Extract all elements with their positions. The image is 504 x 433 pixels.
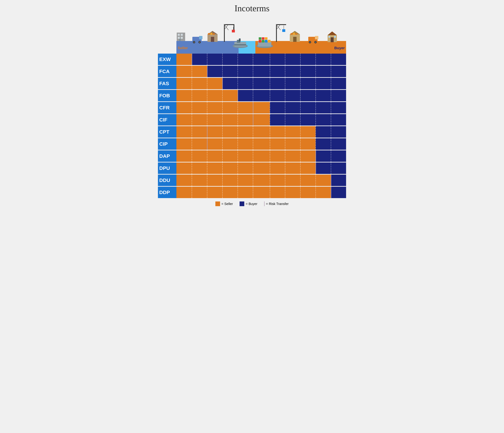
legend-risk-line (264, 201, 265, 206)
row-bar-cfr (176, 102, 346, 113)
vline-9 (331, 90, 331, 101)
vline-1 (207, 150, 207, 162)
svg-rect-36 (268, 40, 270, 43)
vline-7 (300, 187, 301, 198)
row-bar-fca (176, 66, 346, 77)
risk-marker-cpt (207, 126, 207, 138)
vline-0 (192, 187, 192, 198)
vline-2 (222, 114, 223, 126)
risk-marker-fas (222, 78, 223, 89)
svg-point-56 (309, 42, 310, 43)
vline-7 (300, 162, 301, 174)
vline-2 (222, 66, 223, 77)
vline-6 (285, 187, 285, 198)
vline-7 (300, 66, 301, 77)
vline-4 (253, 162, 253, 174)
vline-9 (331, 102, 331, 113)
table-row: CIF (158, 114, 346, 126)
vline-7 (300, 150, 301, 162)
vline-2 (222, 162, 223, 174)
vline-9 (331, 114, 331, 126)
vline-3 (238, 175, 238, 186)
legend-seller: = Seller (215, 201, 233, 206)
seller-portion-cip (176, 138, 315, 150)
svg-rect-34 (262, 40, 264, 43)
vline-2 (222, 150, 223, 162)
risk-marker-exw (192, 54, 192, 65)
legend: = Seller = Buyer = Risk Transfer (158, 201, 346, 206)
legend-risk-label: = Risk Transfer (266, 202, 289, 206)
vline-4 (253, 138, 253, 150)
row-label-cif: CIF (158, 114, 176, 126)
seller-portion-exw (176, 54, 192, 65)
svg-rect-5 (179, 39, 180, 41)
vline-8 (315, 138, 316, 150)
vline-6 (285, 66, 285, 77)
buyer-portion-cif (270, 114, 346, 126)
vline-2 (222, 126, 223, 138)
vline-3 (238, 102, 238, 113)
svg-rect-39 (265, 37, 268, 40)
vline-9 (331, 66, 331, 77)
svg-rect-17 (213, 33, 215, 35)
row-label-dpu: DPU (158, 162, 176, 174)
vline-1 (207, 54, 207, 65)
svg-point-9 (194, 42, 195, 43)
row-bar-dpu (176, 162, 346, 174)
buyer-portion-exw (192, 54, 346, 65)
legend-buyer: = Buyer (240, 201, 257, 206)
vline-9 (331, 126, 331, 138)
vline-2 (222, 138, 223, 150)
svg-rect-40 (276, 24, 277, 42)
vline-6 (285, 138, 285, 150)
vline-9 (331, 78, 331, 89)
seller-portion-cif (176, 114, 270, 126)
illustration-svg (158, 15, 346, 54)
risk-marker-cfr (253, 102, 253, 113)
vline-1 (207, 102, 207, 113)
vline-0 (192, 114, 192, 126)
vline-7 (300, 78, 301, 89)
row-label-ddu: DDU (158, 175, 176, 186)
table-row: DDP (158, 187, 346, 198)
vline-1 (207, 90, 207, 101)
svg-rect-45 (282, 29, 285, 32)
svg-rect-18 (224, 24, 225, 42)
vline-3 (238, 138, 238, 150)
illustration-area: Seller Buyer (158, 15, 346, 54)
vline-7 (300, 138, 301, 150)
vline-8 (315, 114, 316, 126)
vline-5 (270, 66, 270, 77)
vline-3 (238, 187, 238, 198)
table-row: FOB (158, 90, 346, 101)
row-label-ddp: DDP (158, 187, 176, 198)
vline-4 (253, 66, 253, 77)
buyer-portion-cfr (270, 102, 346, 113)
vline-9 (331, 150, 331, 162)
seller-portion-dap (176, 150, 315, 162)
vline-6 (285, 175, 285, 186)
svg-rect-15 (208, 33, 210, 35)
seller-portion-cpt (176, 126, 315, 138)
vline-4 (253, 150, 253, 162)
vline-6 (285, 90, 285, 101)
vline-3 (238, 162, 238, 174)
vline-6 (285, 150, 285, 162)
vline-5 (270, 102, 270, 113)
svg-rect-7 (199, 36, 202, 39)
risk-marker-ddu (331, 175, 331, 186)
svg-rect-30 (239, 38, 241, 42)
vline-3 (238, 150, 238, 162)
row-bar-exw (176, 54, 346, 65)
vline-6 (285, 78, 285, 89)
svg-rect-4 (181, 37, 183, 39)
vline-5 (270, 150, 270, 162)
vline-7 (300, 175, 301, 186)
svg-rect-50 (291, 33, 293, 35)
vline-8 (315, 187, 316, 198)
vline-3 (238, 78, 238, 89)
seller-portion-ddp (176, 187, 331, 198)
vline-8 (315, 66, 316, 77)
legend-risk: = Risk Transfer (264, 201, 289, 206)
vline-1 (207, 78, 207, 89)
